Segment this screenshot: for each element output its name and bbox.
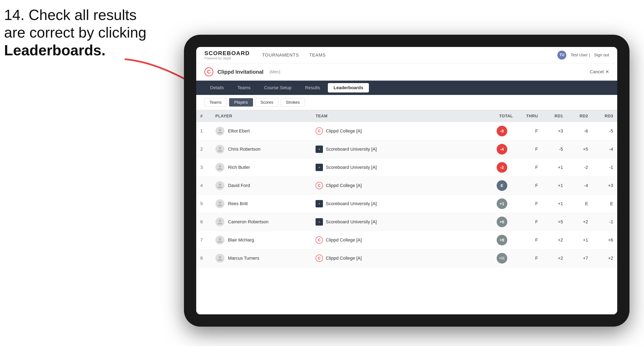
player-avatar <box>216 199 224 208</box>
tab-details[interactable]: Details <box>204 83 230 92</box>
team-cell: CClippd College [A] <box>312 249 487 267</box>
score-badge: +9 <box>497 235 507 245</box>
instruction-line2: are correct by clicking <box>4 24 146 41</box>
rd3-cell: -4 <box>592 140 617 159</box>
tournament-name: Clippd Invitational <box>218 69 264 75</box>
player-cell: Rees Britt <box>211 195 312 213</box>
score-badge: -4 <box>497 144 507 155</box>
table-row: 7Blair McHargCClippd College [A]+9F+2+1+… <box>196 231 617 249</box>
player-cell: Rich Butler <box>211 159 312 176</box>
player-avatar <box>216 217 224 226</box>
rd2-cell: +2 <box>567 213 592 231</box>
cancel-button[interactable]: Cancel ✕ <box>590 69 609 74</box>
col-header-total: TOTAL <box>487 110 517 122</box>
rd2-cell: +5 <box>567 140 592 159</box>
player-cell: Chris Robertson <box>211 140 312 159</box>
row-num: 1 <box>196 122 211 140</box>
table-row: 3Rich Butler≡Scoreboard University [A]-2… <box>196 159 617 176</box>
sign-out-link[interactable]: Sign out <box>594 53 609 57</box>
thru-cell: F <box>517 249 542 267</box>
table-row: 8Marcus TurnersCClippd College [A]+11F+2… <box>196 249 617 267</box>
team-icon-clippd: C <box>316 255 323 262</box>
nav-teams[interactable]: TEAMS <box>309 52 326 58</box>
instruction-line3: Leaderboards. <box>4 42 106 58</box>
team-icon-clippd: C <box>316 127 323 135</box>
team-icon-scoreboard: ≡ <box>316 200 323 207</box>
rd1-cell: -5 <box>542 140 567 159</box>
row-num: 3 <box>196 159 211 176</box>
col-header-player: PLAYER <box>211 110 312 122</box>
team-name: Clippd College [A] <box>326 128 362 134</box>
rd1-cell: +1 <box>542 159 567 176</box>
total-cell: +11 <box>487 249 517 267</box>
svg-point-3 <box>219 165 221 168</box>
team-icon-scoreboard: ≡ <box>316 218 323 226</box>
total-cell: -4 <box>487 140 517 159</box>
team-icon-scoreboard: ≡ <box>316 164 323 171</box>
nav-tournaments[interactable]: TOURNAMENTS <box>262 52 299 58</box>
filter-scores-button[interactable]: Scores <box>256 98 278 107</box>
score-badge: +6 <box>497 217 507 227</box>
col-header-rd1: RD1 <box>542 110 567 122</box>
player-name: Blair McHarg <box>228 237 254 243</box>
rd3-cell: +3 <box>592 176 617 195</box>
logo-sub: Powered by clippd <box>204 57 250 60</box>
row-num: 5 <box>196 195 211 213</box>
rd1-cell: +2 <box>542 231 567 249</box>
row-num: 7 <box>196 231 211 249</box>
svg-point-7 <box>219 238 221 240</box>
score-badge: -8 <box>497 126 507 136</box>
player-cell: Marcus Turners <box>211 249 312 267</box>
player-name: Rees Britt <box>228 201 248 206</box>
table-header-row: # PLAYER TEAM TOTAL THRU RD1 RD2 RD3 <box>196 110 617 122</box>
tab-leaderboards[interactable]: Leaderboards <box>328 83 369 92</box>
team-icon-scoreboard: ≡ <box>316 146 323 153</box>
filter-players-button[interactable]: Players <box>229 98 253 107</box>
total-cell: -2 <box>487 159 517 176</box>
filter-row: Teams Players Scores Strokes <box>196 95 617 110</box>
svg-point-6 <box>219 220 221 222</box>
thru-cell: F <box>517 159 542 176</box>
rd3-cell: -1 <box>592 213 617 231</box>
tournament-title-area: C Clippd Invitational (Men) <box>204 67 280 76</box>
player-name: David Ford <box>228 183 250 188</box>
team-cell: ≡Scoreboard University [A] <box>312 213 487 231</box>
team-icon-clippd: C <box>316 182 323 189</box>
leaderboard-table-container: # PLAYER TEAM TOTAL THRU RD1 RD2 RD3 1El… <box>196 110 617 314</box>
row-num: 2 <box>196 140 211 159</box>
total-cell: +6 <box>487 213 517 231</box>
rd1-cell: +5 <box>542 213 567 231</box>
col-header-num: # <box>196 110 211 122</box>
player-name: Chris Robertson <box>228 147 260 152</box>
instruction-line1: 14. Check all results <box>4 7 136 23</box>
thru-cell: F <box>517 231 542 249</box>
thru-cell: F <box>517 122 542 140</box>
rd2-cell: +7 <box>567 249 592 267</box>
nav-links: TOURNAMENTS TEAMS <box>262 52 557 58</box>
tab-course-setup[interactable]: Course Setup <box>258 83 297 92</box>
sub-nav: Details Teams Course Setup Results Leade… <box>196 81 617 95</box>
rd2-cell: -4 <box>567 176 592 195</box>
table-row: 4David FordCClippd College [A]EF+1-4+3 <box>196 176 617 195</box>
team-cell: ≡Scoreboard University [A] <box>312 159 487 176</box>
team-cell: ≡Scoreboard University [A] <box>312 140 487 159</box>
table-body: 1Elliot EbertCClippd College [A]-8F+3-6-… <box>196 122 617 267</box>
rd1-cell: +1 <box>542 195 567 213</box>
col-header-thru: THRU <box>517 110 542 122</box>
svg-point-8 <box>219 256 221 258</box>
tab-results[interactable]: Results <box>300 83 326 92</box>
total-cell: E <box>487 176 517 195</box>
player-name: Marcus Turners <box>228 256 259 261</box>
score-badge: -2 <box>497 162 507 173</box>
table-row: 6Cameron Robertson≡Scoreboard University… <box>196 213 617 231</box>
rd2-cell: -2 <box>567 159 592 176</box>
tab-teams[interactable]: Teams <box>232 83 256 92</box>
row-num: 8 <box>196 249 211 267</box>
filter-teams-button[interactable]: Teams <box>204 98 227 107</box>
leaderboard-table: # PLAYER TEAM TOTAL THRU RD1 RD2 RD3 1El… <box>196 110 617 267</box>
tournament-icon: C <box>204 67 213 76</box>
rd1-cell: +1 <box>542 176 567 195</box>
filter-strokes-button[interactable]: Strokes <box>281 98 305 107</box>
col-header-rd2: RD2 <box>567 110 592 122</box>
rd2-cell: E <box>567 195 592 213</box>
